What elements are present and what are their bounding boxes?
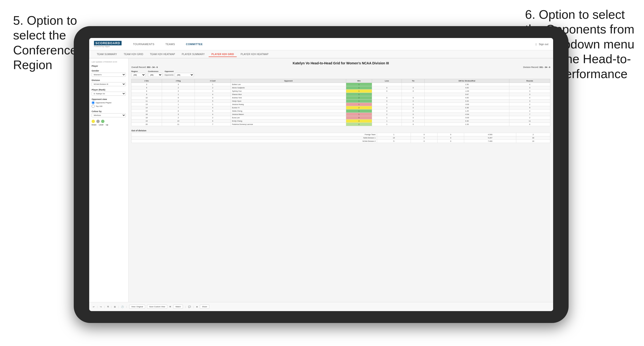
region-label: Region — [131, 70, 146, 72]
comment-icon[interactable]: 💬 — [188, 306, 191, 308]
cell-reg: 7 — [162, 106, 195, 110]
cell-div: 9 — [132, 93, 162, 96]
cell-conf: 3 — [195, 90, 231, 93]
star-icon[interactable]: ★ — [196, 306, 198, 308]
nav-tournaments[interactable]: TOURNAMENTS — [131, 42, 156, 46]
main-data-table: # Div # Reg # Conf Opponent Win Loss Tie… — [131, 79, 550, 126]
ood-cell-win: 15 — [377, 136, 411, 140]
cell-tie: 0 — [402, 86, 425, 90]
eye-icon: 👁 — [169, 306, 171, 308]
cell-tie: 0 — [402, 119, 425, 123]
table-row: 15 8 5 Stella Cheng 1 0 0 1.25 4 — [132, 110, 550, 113]
table-row: 13 1 1 Jessica Huang 1 1 0 -3.00 2 — [132, 103, 550, 106]
watch-btn[interactable]: Watch — [173, 305, 183, 309]
cell-diff: 3.67 — [425, 93, 509, 96]
sidebar-division-section: Division NCAA Division III — [92, 79, 126, 86]
sub-nav-team-summary[interactable]: TEAM SUMMARY — [94, 52, 120, 56]
ood-table-row: NAIA Division 1 15 0 0 9.267 30 — [132, 136, 550, 140]
cell-opponent: Eunice Yi — [231, 106, 346, 110]
region-select[interactable]: (All) — [131, 73, 146, 77]
cell-reg: 3 — [162, 90, 195, 93]
opponents-played-radio[interactable]: Opponents Played — [92, 101, 126, 104]
cell-conf: 5 — [195, 110, 231, 113]
cell-win: 2 — [346, 123, 372, 126]
cell-tie: 0 — [402, 103, 425, 106]
sidebar-player-rank-section: Player (Rank) 8. Katelyn Vo — [92, 89, 126, 96]
sign-out-link[interactable]: Sign out — [539, 43, 548, 46]
save-custom-view-btn[interactable]: Save Custom View — [147, 305, 167, 309]
cell-win: 2 — [346, 106, 372, 110]
ood-table-row: NCAA Division 2 5 0 0 7.400 10 — [132, 140, 550, 143]
cell-reg: 6 — [162, 96, 195, 100]
ood-cell-diff: 7.400 — [464, 140, 516, 143]
opponent-view-label: Opponent view — [92, 98, 126, 100]
ood-cell-opponent: NCAA Division 2 — [132, 140, 377, 143]
sub-nav-team-h2h-grid[interactable]: TEAM H2H GRID — [121, 52, 146, 56]
share-btn[interactable]: Share — [200, 305, 209, 309]
cell-opponent: Federica Domecq Lacroze — [231, 123, 346, 126]
cell-win: 0 — [346, 116, 372, 119]
toolbar-sep5: | — [126, 306, 126, 308]
nav-committee[interactable]: COMMITTEE — [184, 42, 205, 46]
sub-nav-player-summary[interactable]: PLAYER SUMMARY — [179, 52, 208, 56]
conference-select[interactable]: (All) — [148, 73, 162, 77]
th-loss: Loss — [372, 79, 402, 83]
out-of-division-table: Foreign Team 1 0 0 4.500 2 NAIA Division… — [131, 133, 550, 143]
table-row: 6 3 3 Sydney Kuo 1 0 0 -1.00 3 — [132, 90, 550, 93]
table-row: 11 2 5 Heejo Hyun 1 0 0 3.33 3 — [132, 100, 550, 103]
player-rank-select[interactable]: 8. Katelyn Vo — [92, 92, 126, 96]
division-select[interactable]: NCAA Division III — [92, 82, 126, 86]
undo-icon[interactable]: ↩ — [93, 306, 95, 308]
cell-reg: 11 — [162, 123, 195, 126]
cell-diff: 1.50 — [425, 83, 509, 86]
scoreboard-logo: SCOREBOARD Powered by clippd — [94, 41, 122, 47]
data-area: Katelyn Vo Head-to-Head Grid for Women's… — [128, 58, 553, 302]
overall-record: Overall Record: 353 - 34 - 6 — [131, 66, 158, 68]
filters-section: Region (All) Conference (All) — [131, 70, 550, 77]
colour-by-select[interactable]: Win/loss — [92, 113, 126, 117]
cell-rounds: 3 — [509, 86, 550, 90]
cell-tie: 0 — [402, 96, 425, 100]
header-right: | Sign out — [536, 43, 548, 46]
cell-win: 2 — [346, 96, 372, 100]
legend-dots — [92, 120, 126, 123]
toolbar-sep4: | — [118, 306, 119, 308]
cell-div: 10 — [132, 96, 162, 100]
gender-select[interactable]: Women's — [92, 73, 126, 77]
view-original-btn[interactable]: View: Original — [129, 305, 145, 309]
cell-opponent: Andrea York — [231, 96, 346, 100]
cell-conf: 2 — [195, 116, 231, 119]
cell-diff: 1.25 — [425, 110, 509, 113]
sub-nav-player-h2h-heatmap[interactable]: PLAYER H2H HEATMAP — [238, 52, 271, 56]
sub-nav-player-h2h-grid[interactable]: PLAYER H2H GRID — [209, 52, 237, 57]
toolbar-sep3: | — [111, 306, 112, 308]
redo-icon[interactable]: ↪ — [100, 306, 102, 308]
cell-win: 4 — [346, 119, 372, 123]
opponents-played-label: Opponents Played — [96, 102, 111, 104]
cell-loss: 1 — [372, 116, 402, 119]
sub-nav-team-h2h-heatmap[interactable]: TEAM H2H HEATMAP — [147, 52, 178, 56]
cell-opponent: Sydney Kuo — [231, 90, 346, 93]
cell-div: 11 — [132, 100, 162, 103]
region-filter: Region (All) — [131, 70, 146, 77]
cell-win: 1 — [346, 83, 372, 86]
ood-cell-tie: 0 — [438, 133, 464, 136]
conference-filter: Conference (All) — [148, 70, 162, 77]
paste-icon[interactable]: ⊞ — [114, 306, 116, 308]
cell-tie: 0 — [402, 106, 425, 110]
nav-teams[interactable]: TEAMS — [164, 42, 177, 46]
top100-radio[interactable]: Top 100 — [92, 105, 126, 108]
cell-conf: 4 — [195, 106, 231, 110]
conference-filter-row: (All) — [148, 73, 162, 77]
cell-opponent: Esther Lee — [231, 83, 346, 86]
opponent-select[interactable]: (All) — [175, 73, 194, 77]
cell-reg: 8 — [162, 110, 195, 113]
cell-diff: 0.38 — [425, 106, 509, 110]
division-label: Division — [92, 79, 126, 81]
opponent-filter: Opponent Opponents: (All) — [165, 70, 194, 77]
copy-icon[interactable]: ⧉ — [107, 305, 109, 308]
cell-conf: 1 — [195, 83, 231, 86]
table-row: 16 3 4 Jessica Mason 1 2 0 -0.94 7 — [132, 113, 550, 116]
table-row: 5 2 2 Alexis Sudjianto 1 0 0 4.00 3 — [132, 86, 550, 90]
cell-rounds: 4 — [509, 96, 550, 100]
